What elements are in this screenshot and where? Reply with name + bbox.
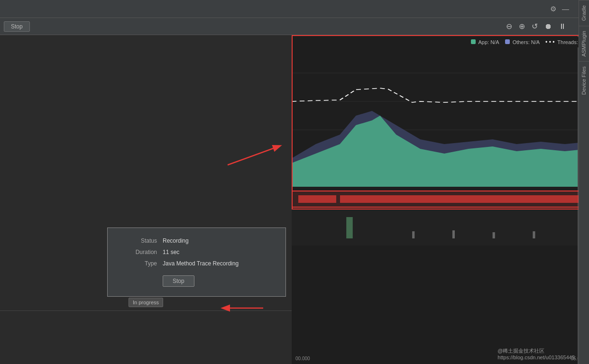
chart-svg-container — [292, 49, 589, 196]
highlight-bar-left — [298, 195, 336, 203]
watermark: @稀土掘金技术社区 https://blog.csdn.net/u0133654… — [497, 347, 575, 360]
legend-dot-threads: • • • — [545, 39, 554, 46]
watermark-line2: https://blog.csdn.net/u013365445 — [497, 355, 575, 360]
dialog-type-value: Java Method Trace Recording — [163, 260, 239, 267]
top-toolbar: ⚙ — — [0, 0, 589, 18]
left-divider — [0, 310, 292, 311]
legend-dot-others — [505, 39, 510, 44]
dialog-status-row: Status Recording — [119, 237, 274, 244]
second-toolbar: Stop ⊖ ⊕ ↺ ⏺ ⏸ — [0, 18, 589, 35]
asmplugin-tab[interactable]: ASMPlugin — [579, 26, 589, 61]
refresh-button[interactable]: ↺ — [530, 21, 540, 32]
dialog-status-value: Recording — [163, 237, 189, 244]
in-progress-badge: In progress — [129, 298, 163, 307]
dialog-duration-label: Duration — [119, 249, 157, 255]
minimize-button[interactable]: — — [561, 4, 570, 14]
far-right-tabs: Gradle ASMPlugin Device Files — [579, 0, 589, 364]
svg-rect-10 — [452, 230, 455, 238]
dialog-stop-button[interactable]: Stop — [163, 275, 194, 287]
dialog-type-row: Type Java Method Trace Recording — [119, 260, 274, 267]
settings-button[interactable]: ⚙ — [549, 4, 557, 14]
svg-rect-12 — [533, 231, 535, 238]
legend-dot-app — [471, 39, 476, 44]
right-panel: App: N/A Others: N/A • • • Threads: 25 4… — [292, 35, 589, 364]
svg-rect-11 — [493, 232, 495, 238]
toolbar-icons-right: ⊖ ⊕ ↺ ⏺ ⏸ — [504, 21, 568, 32]
legend-others: Others: N/A — [505, 39, 540, 45]
dialog-duration-value: 11 sec — [163, 249, 179, 255]
svg-rect-7 — [292, 208, 589, 246]
device-files-tab[interactable]: Device Files — [579, 61, 589, 100]
pause-button[interactable]: ⏸ — [557, 21, 568, 32]
time-label-start: 00.000 — [295, 356, 310, 361]
dialog-status-label: Status — [119, 237, 157, 244]
stop-button[interactable]: Stop — [4, 21, 30, 32]
mini-bars-svg — [292, 208, 589, 246]
svg-rect-8 — [346, 217, 353, 238]
legend-app: App: N/A — [471, 39, 499, 45]
dialog-type-label: Type — [119, 260, 157, 267]
dialog-stop-row: Stop — [119, 272, 274, 287]
dialog-duration-row: Duration 11 sec — [119, 249, 274, 255]
chart-legend: App: N/A Others: N/A • • • Threads: 25 — [467, 37, 589, 47]
left-panel: In progress — [0, 35, 292, 364]
gradle-tab[interactable]: Gradle — [579, 0, 589, 26]
in-progress-area: In progress — [0, 298, 292, 307]
legend-others-label: Others: N/A — [513, 39, 540, 45]
chart-svg — [292, 49, 589, 187]
recording-dialog: Status Recording Duration 11 sec Type Ja… — [107, 228, 286, 297]
watermark-line1: @稀土掘金技术社区 — [497, 347, 575, 355]
legend-app-label: App: N/A — [478, 39, 499, 45]
highlight-bar-right — [340, 195, 582, 203]
zoom-out-button[interactable]: ⊖ — [504, 21, 514, 32]
red-highlight-box — [292, 191, 589, 208]
main-content: In progress App: N/A Others: N/A • • • T… — [0, 35, 589, 364]
svg-rect-9 — [412, 231, 414, 238]
mini-bars-area — [292, 208, 589, 246]
zoom-in-button[interactable]: ⊕ — [517, 21, 527, 32]
record-button[interactable]: ⏺ — [543, 21, 554, 32]
